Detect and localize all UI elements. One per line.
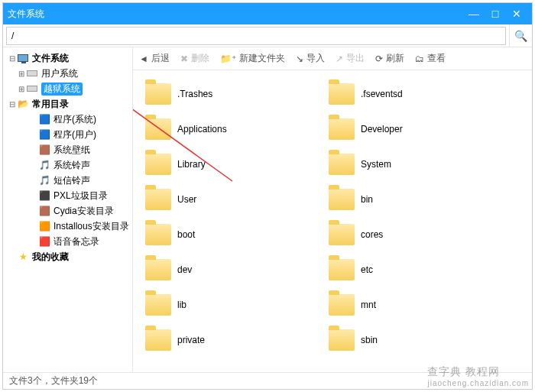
folder-icon [329, 329, 355, 351]
sidebar: ⊟ 文件系统 ⊞ 用户系统 ⊞ 越狱系统 ⊟ 📂 常用目录 🟦程序(系统)🟦程序… [3, 47, 133, 372]
folder-icon [145, 329, 171, 351]
refresh-button[interactable]: ⟳刷新 [375, 52, 404, 65]
minimize-button[interactable]: — [463, 8, 485, 20]
folder-label: private [177, 335, 205, 345]
folder-item[interactable]: Applications [136, 112, 319, 147]
folder-label: User [177, 194, 196, 205]
folder-label: lib [177, 300, 186, 310]
tree-item-label: PXL垃圾目录 [54, 190, 108, 202]
view-button[interactable]: 🗂查看 [415, 52, 446, 65]
tree-item[interactable]: 🎵系统铃声 [3, 157, 132, 173]
tree-item-label: 短信铃声 [54, 174, 90, 187]
folder-item[interactable]: cores [319, 217, 503, 252]
folder-item[interactable]: sbin [319, 322, 503, 358]
folder-item[interactable]: .Trashes [136, 76, 319, 112]
tree-user-system[interactable]: ⊞ 用户系统 [3, 66, 132, 81]
app-icon: 🟦 [38, 113, 50, 125]
expand-icon: ⊞ [17, 85, 26, 93]
folder-item[interactable]: dev [136, 252, 319, 287]
path-input[interactable] [6, 27, 506, 45]
window-title: 文件系统 [8, 8, 463, 21]
tree-favorites[interactable]: ★ 我的收藏 [3, 249, 132, 264]
toolbar: ◄后退 ✖删除 📁⁺新建文件夹 ↘导入 ↗导出 ⟳刷新 🗂查看 [133, 47, 532, 70]
folder-item[interactable]: Library [136, 147, 319, 182]
delete-button[interactable]: ✖删除 [180, 52, 209, 65]
folder-icon [145, 118, 171, 140]
back-button[interactable]: ◄后退 [139, 52, 170, 65]
folder-icon [329, 154, 355, 175]
collapse-icon: ⊟ [8, 54, 17, 63]
app-icon: 🟥 [38, 235, 50, 248]
folder-label: sbin [361, 335, 378, 345]
import-button[interactable]: ↘导入 [296, 52, 325, 65]
folder-item[interactable]: bin [319, 182, 503, 217]
tree-item[interactable]: 🟦程序(系统) [3, 112, 132, 127]
export-button[interactable]: ↗导出 [336, 52, 365, 65]
folder-label: dev [177, 264, 192, 275]
expand-icon: ⊞ [17, 70, 26, 78]
folder-item[interactable]: Developer [319, 112, 503, 147]
tree-item-label: 系统壁纸 [54, 144, 90, 157]
status-text: 文件3个，文件夹19个 [9, 374, 98, 387]
import-icon: ↘ [296, 53, 303, 64]
folder-icon [145, 259, 171, 280]
tree-item[interactable]: 🟥语音备忘录 [3, 234, 132, 249]
tree-item-label: 系统铃声 [54, 159, 90, 172]
tree-item[interactable]: ⬛PXL垃圾目录 [3, 188, 132, 203]
collapse-icon: ⊟ [8, 100, 17, 109]
folder-item[interactable]: System [319, 147, 503, 182]
app-icon: 🎵 [38, 174, 50, 186]
folder-item[interactable]: etc [319, 252, 503, 287]
app-icon: 🟧 [38, 220, 50, 232]
folder-label: Applications [177, 124, 227, 134]
folder-label: boot [177, 229, 195, 240]
folder-label: cores [361, 229, 383, 240]
folder-icon [329, 294, 355, 316]
folder-icon [329, 224, 355, 245]
tree-item[interactable]: 🎵短信铃声 [3, 173, 132, 188]
folder-label: .Trashes [177, 89, 212, 99]
folder-icon [145, 83, 171, 105]
folder-item[interactable]: private [136, 322, 319, 358]
tree-root[interactable]: ⊟ 文件系统 [3, 50, 132, 66]
folder-item[interactable]: boot [136, 217, 319, 252]
folder-icon [145, 224, 171, 245]
tree-item[interactable]: 🟧Installous安装目录 [3, 219, 132, 234]
back-icon: ◄ [139, 53, 148, 64]
refresh-icon: ⟳ [375, 53, 383, 64]
search-icon[interactable]: 🔍 [509, 24, 532, 47]
folder-open-icon: 📂 [17, 98, 29, 110]
main-panel: ◄后退 ✖删除 📁⁺新建文件夹 ↘导入 ↗导出 ⟳刷新 🗂查看 .Trashes… [133, 47, 532, 372]
app-icon: 🟦 [38, 128, 50, 141]
drive-icon [26, 67, 38, 79]
folder-icon [145, 189, 171, 210]
tree-jailbreak-system[interactable]: ⊞ 越狱系统 [3, 81, 132, 96]
folder-item[interactable]: lib [136, 287, 319, 322]
tree-item[interactable]: 🟫系统壁纸 [3, 142, 132, 157]
export-icon: ↗ [336, 53, 343, 64]
tree-common-dirs[interactable]: ⊟ 📂 常用目录 [3, 96, 132, 112]
app-icon: 🟫 [38, 205, 50, 217]
maximize-button[interactable]: □ [485, 8, 506, 20]
newfolder-button[interactable]: 📁⁺新建文件夹 [220, 52, 285, 65]
monitor-icon [17, 52, 29, 64]
star-icon: ★ [17, 251, 29, 263]
folder-label: Library [177, 159, 206, 170]
tree-item-label: Cydia安装目录 [54, 205, 114, 218]
folder-label: bin [361, 194, 373, 205]
folder-icon [145, 294, 171, 316]
folder-item[interactable]: .fseventsd [319, 76, 503, 112]
tree-item[interactable]: 🟦程序(用户) [3, 127, 132, 142]
folder-item[interactable]: mnt [319, 287, 503, 322]
folder-icon [329, 189, 355, 210]
folder-label: System [361, 159, 391, 170]
delete-icon: ✖ [180, 53, 188, 64]
tree-item[interactable]: 🟫Cydia安装目录 [3, 203, 132, 219]
folder-icon [329, 259, 355, 280]
app-window: 文件系统 — □ ✕ 🔍 ⊟ 文件系统 ⊞ 用户系统 ⊞ 越狱系统 [2, 2, 533, 390]
close-button[interactable]: ✕ [506, 8, 527, 20]
body: ⊟ 文件系统 ⊞ 用户系统 ⊞ 越狱系统 ⊟ 📂 常用目录 🟦程序(系统)🟦程序… [3, 47, 532, 372]
app-icon: 🟫 [38, 144, 50, 156]
folder-item[interactable]: User [136, 182, 319, 217]
status-bar: 文件3个，文件夹19个 [3, 372, 532, 389]
